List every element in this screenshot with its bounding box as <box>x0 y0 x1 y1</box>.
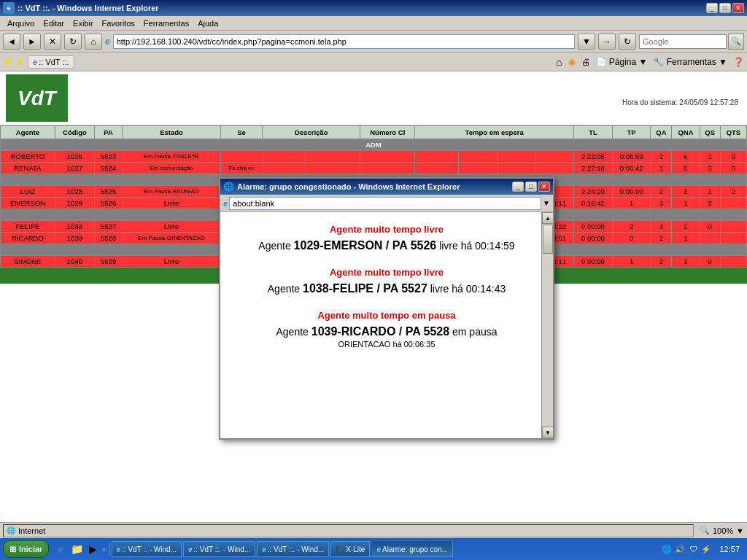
cell-qs: 0 <box>700 256 720 268</box>
back-button[interactable]: ◄ <box>3 34 20 50</box>
vdt-logo-text: VdT <box>18 87 56 110</box>
toolbar: ◄ ► ✕ ↻ ⌂ e ▼ → ↻ 🔍 <box>0 31 747 52</box>
cell-code: 1039 <box>55 233 94 244</box>
refresh-button[interactable]: ↻ <box>64 34 82 50</box>
col-qs: QS <box>700 126 720 139</box>
search-bar: 🔍 <box>639 34 744 50</box>
refresh-btn2[interactable]: ↻ <box>619 34 636 50</box>
alarm-3-detail: em pausa <box>452 326 497 338</box>
menu-editar[interactable]: Editar <box>39 18 69 29</box>
fav-icon-print[interactable]: 🖨 <box>581 57 590 67</box>
fav-icon-tools[interactable]: 🔧 Ferramentas ▼ <box>653 57 727 67</box>
cell-pa: 5528 <box>94 233 122 244</box>
ql-ie-icon[interactable]: e <box>53 542 68 556</box>
menu-exibir[interactable]: Exibir <box>69 18 98 29</box>
bookmark-star-2[interactable]: ★ <box>15 56 25 68</box>
alarm-3-type: Agente muito tempo em pausa <box>235 310 538 321</box>
col-state: Estado <box>123 126 221 139</box>
zoom-arrow[interactable]: ▼ <box>736 526 744 535</box>
address-bar: e <box>105 34 575 49</box>
fav-icon-page[interactable]: 📄 Página ▼ <box>596 57 648 67</box>
cell-qa: 3 <box>651 198 672 209</box>
network-icon: 🌐 <box>661 543 673 555</box>
address-ie-icon: e <box>105 36 110 47</box>
go-button[interactable]: → <box>598 34 616 50</box>
cell-tp: 3 <box>612 233 651 244</box>
search-input[interactable] <box>639 34 727 49</box>
ql-folder-icon[interactable]: 📁 <box>69 542 84 556</box>
start-button[interactable]: ⊞ Iniciar <box>3 540 49 558</box>
taskbar-item-3[interactable]: 📞 X-Lite <box>330 541 370 557</box>
popup-maximize-button[interactable]: □ <box>525 182 537 192</box>
popup-toolbar: e about:blank ▼ <box>220 195 553 212</box>
cell-w1 <box>415 151 459 163</box>
taskbar-item-icon-3: 📞 <box>336 545 344 553</box>
col-tp: TP <box>612 126 651 139</box>
fav-icon-home[interactable]: ⌂ <box>556 56 562 68</box>
cell-tl: 2:24:20 <box>574 186 613 198</box>
close-button[interactable]: ✕ <box>732 3 744 13</box>
cell-tl: 0:00:00 <box>574 221 613 233</box>
dropdown-arrow[interactable]: ▼ <box>578 34 595 50</box>
address-input[interactable] <box>113 34 575 49</box>
col-code: Código <box>55 126 94 139</box>
cell-status: Livre <box>123 221 221 233</box>
col-numero: Número Cl <box>360 126 415 139</box>
popup-minimize-button[interactable]: _ <box>512 182 524 192</box>
cell-w3 <box>497 163 535 174</box>
cell-pa: 5527 <box>94 221 122 233</box>
fav-icon-rss[interactable]: ◉ <box>568 57 576 67</box>
cell-se: Fa cha ex <box>220 163 262 174</box>
scroll-thumb[interactable] <box>543 225 553 254</box>
cell-agent: RENATA <box>1 163 55 174</box>
taskbar-item-0[interactable]: e :: VdT :. - Wind... <box>112 541 182 557</box>
cell-num <box>360 163 415 174</box>
cell-w4 <box>535 163 574 174</box>
fav-icon-help[interactable]: ❓ <box>733 57 744 67</box>
cell-tl: 0:16:42 <box>574 198 613 209</box>
scroll-down-button[interactable]: ▼ <box>542 427 554 438</box>
cell-qs: 1 <box>700 186 720 198</box>
alarm-3-prefix: Agente <box>276 326 308 338</box>
menu-ferramentas[interactable]: Ferramentas <box>139 18 193 29</box>
alarm-2: Agente muito tempo livre Agente 1038-FEL… <box>235 267 538 295</box>
cell-qs <box>700 233 720 244</box>
popup-address-text[interactable]: about:blank <box>233 199 274 208</box>
popup-scrollbar[interactable]: ▲ ▼ <box>541 212 553 438</box>
popup-address-icon: e <box>223 199 228 208</box>
stop-button[interactable]: ✕ <box>44 34 61 50</box>
cell-qs: 2 <box>700 198 720 209</box>
popup-close-button[interactable]: ✕ <box>538 182 550 192</box>
maximize-button[interactable]: □ <box>719 3 731 13</box>
cell-se <box>220 151 262 163</box>
taskbar-item-4[interactable]: e Alarme: grupo con... <box>371 541 453 557</box>
cell-status: Em Pausa-REUNIAO <box>123 186 221 198</box>
cell-agent: RICARDO <box>1 233 55 244</box>
cell-qna: 2 <box>672 221 700 233</box>
alarm-2-agent: 1038-FELIPE / PA 5527 <box>303 282 427 295</box>
alarm-2-detail: livre há 00:14:43 <box>430 283 506 295</box>
minimize-button[interactable]: _ <box>706 3 718 13</box>
search-button[interactable]: 🔍 <box>728 34 744 50</box>
popup-address-dropdown[interactable]: ▼ <box>543 199 550 207</box>
cell-code: 1040 <box>55 256 94 268</box>
bookmark-vdt[interactable]: e :: VdT ::. <box>28 55 74 69</box>
home-button[interactable]: ⌂ <box>85 34 102 50</box>
menu-favoritos[interactable]: Favoritos <box>98 18 139 29</box>
ql-media-icon[interactable]: ▶ <box>85 542 100 556</box>
cell-agent: FELIPE <box>1 221 55 233</box>
cell-qa: 1 <box>651 163 672 174</box>
bookmark-star-1[interactable]: ★ <box>3 56 12 68</box>
cell-qts <box>720 256 746 268</box>
cell-tl: 0:00:00 <box>574 233 613 244</box>
cell-pa: 5529 <box>94 256 122 268</box>
table-row: RENATA 1027 5524 Em conversação Fa cha e… <box>1 163 747 174</box>
forward-button[interactable]: ► <box>23 34 41 50</box>
menu-arquivo[interactable]: Arquivo <box>3 18 39 29</box>
taskbar-item-1[interactable]: e :: VdT ::. - Wind... <box>183 541 255 557</box>
scroll-up-button[interactable]: ▲ <box>542 212 554 224</box>
bookmark-icon: e <box>33 58 37 66</box>
taskbar-item-2[interactable]: e :: VdT ::. - Wind... <box>257 541 329 557</box>
menu-ajuda[interactable]: Ajuda <box>193 18 222 29</box>
col-qna: QNA <box>672 126 700 139</box>
